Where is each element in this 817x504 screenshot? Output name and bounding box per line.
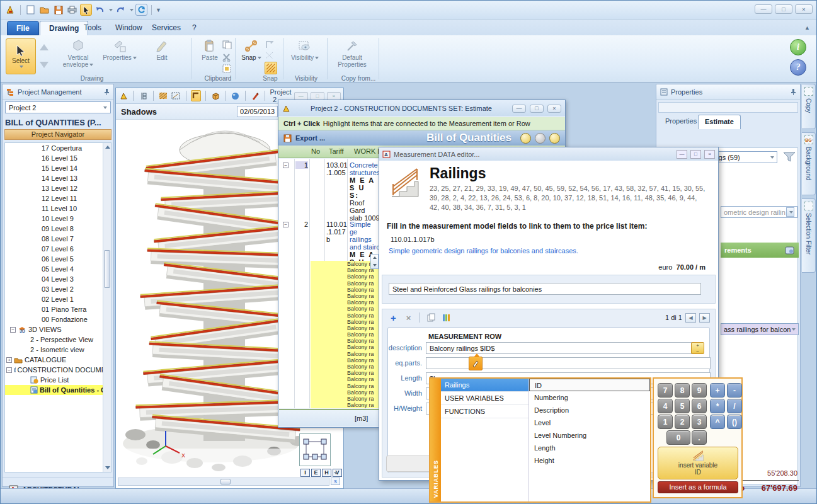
key-9[interactable]: 9 bbox=[692, 383, 707, 398]
measurement-row[interactable]: Balcony ra bbox=[311, 364, 380, 370]
measurement-row[interactable]: Balcony ra bbox=[311, 312, 380, 319]
measurement-row[interactable]: Balcony ra bbox=[311, 287, 380, 293]
key-6[interactable]: 6 bbox=[692, 399, 707, 413]
viewport-hscrollbar[interactable] bbox=[118, 478, 329, 486]
nav-up-icon[interactable] bbox=[40, 44, 49, 50]
new-file-icon[interactable] bbox=[25, 4, 37, 16]
pin-icon[interactable] bbox=[791, 88, 796, 95]
view-options-icon[interactable] bbox=[520, 133, 531, 144]
description-field[interactable]: Balcony railings $ID$ bbox=[426, 342, 695, 354]
redo-icon[interactable] bbox=[115, 4, 127, 16]
3d-box-icon[interactable] bbox=[210, 90, 220, 101]
snap-button[interactable]: Snap bbox=[239, 39, 264, 61]
view-mode-button[interactable]: E bbox=[311, 469, 321, 477]
key-7[interactable]: 7 bbox=[658, 383, 673, 398]
row1-tariff[interactable]: 103.01.1.005 bbox=[326, 161, 348, 176]
measurement-row[interactable]: Balcony ra bbox=[311, 376, 380, 382]
tab-estimate[interactable]: Estimate bbox=[698, 115, 741, 129]
cut-icon[interactable] bbox=[222, 53, 231, 63]
variable-item[interactable]: ID bbox=[529, 379, 650, 391]
tools-icon[interactable] bbox=[549, 133, 560, 144]
measurement-row[interactable]: Balcony ra bbox=[311, 396, 380, 402]
variable-item[interactable]: Level Numbering bbox=[529, 429, 650, 442]
estimate-minimize[interactable]: — bbox=[512, 105, 526, 113]
key-power[interactable]: ^ bbox=[710, 415, 725, 429]
tree-node-3d-views[interactable]: 3D 3D VIEWS bbox=[5, 324, 111, 335]
insert-as-formula-button[interactable]: Insert as a formula bbox=[658, 481, 738, 493]
help-button[interactable]: ? bbox=[790, 59, 806, 76]
prev-row-icon[interactable]: ◀ bbox=[685, 313, 696, 323]
delete-row-icon[interactable]: × bbox=[403, 312, 414, 323]
tree-item-view[interactable]: 2 - Isometric view bbox=[5, 345, 111, 355]
print-icon[interactable] bbox=[66, 4, 78, 16]
category-item[interactable]: Railings bbox=[441, 379, 528, 392]
tree-scrollbar[interactable] bbox=[103, 143, 111, 472]
description-display-field[interactable]: Steel and Reinforced Glass railings for … bbox=[389, 283, 701, 295]
dialog-close[interactable]: × bbox=[704, 150, 715, 159]
category-item[interactable]: FUNCTIONS bbox=[441, 405, 528, 418]
key-2[interactable]: 2 bbox=[675, 415, 690, 429]
col-no[interactable]: No bbox=[311, 147, 320, 155]
variable-item[interactable]: Height bbox=[529, 454, 650, 467]
measurement-row[interactable]: Balcony ra bbox=[311, 402, 380, 408]
export-button[interactable]: Export ... bbox=[295, 134, 325, 142]
key-dot[interactable]: . bbox=[692, 430, 707, 445]
key-parens[interactable]: () bbox=[727, 415, 742, 429]
tree-item-level[interactable]: 04 Level 3 bbox=[5, 274, 111, 284]
tree-item-level[interactable]: 17 Copertura bbox=[5, 143, 111, 153]
measurement-row[interactable]: Balcony ra bbox=[311, 325, 380, 331]
viewport-maximize[interactable]: □ bbox=[311, 92, 324, 100]
snap-grid-toggle[interactable] bbox=[265, 62, 277, 74]
row1-description[interactable]: Concrete structures M E A S U S: Roof Ga… bbox=[350, 161, 380, 222]
tab-help[interactable]: ? bbox=[183, 21, 205, 35]
measurement-row[interactable]: Balcony ra bbox=[311, 338, 380, 344]
measurements-tool-icon[interactable] bbox=[785, 246, 795, 255]
copy-icon[interactable] bbox=[222, 40, 232, 50]
columns-icon[interactable] bbox=[440, 312, 452, 323]
filter-icon[interactable] bbox=[782, 151, 796, 163]
tree-node-catalogue[interactable]: CATALOGUE bbox=[5, 355, 111, 365]
row2-no[interactable]: 2 bbox=[295, 220, 308, 228]
maximize-button[interactable]: □ bbox=[775, 4, 792, 14]
col-tariff[interactable]: Tariff bbox=[329, 147, 344, 155]
undo-icon[interactable] bbox=[94, 4, 106, 16]
tree-item-level[interactable]: 03 Level 2 bbox=[5, 284, 111, 294]
side-tab-copy[interactable]: Copy bbox=[802, 84, 816, 129]
key-3[interactable]: 3 bbox=[692, 415, 707, 429]
open-folder-icon[interactable] bbox=[38, 4, 50, 16]
tree-item-view[interactable]: 2 - Perspective View bbox=[5, 335, 111, 345]
region-hatch-icon[interactable] bbox=[171, 90, 181, 101]
dialog-maximize[interactable]: □ bbox=[690, 150, 701, 159]
info-button[interactable]: i bbox=[790, 39, 806, 55]
vertical-envelope-button[interactable]: Verticalenvelope bbox=[59, 39, 98, 68]
description-expand-button[interactable]: +− bbox=[691, 342, 704, 354]
key-minus[interactable]: - bbox=[727, 383, 742, 398]
redo-dropdown-icon[interactable] bbox=[130, 9, 134, 11]
levels-icon[interactable] bbox=[138, 90, 148, 101]
tree-item-level[interactable]: 14 Level 13 bbox=[5, 173, 111, 183]
tab-tools[interactable]: Tools bbox=[75, 21, 110, 35]
tree-item-level[interactable]: 00 Fondazione bbox=[5, 314, 111, 324]
measurement-row[interactable]: Balcony ra bbox=[311, 306, 380, 312]
tree-item-bill-of-quantities[interactable]: Bill of Quantities - GE bbox=[5, 385, 111, 395]
tree-item-level[interactable]: 16 Level 15 bbox=[5, 153, 111, 163]
add-row-icon[interactable]: + bbox=[387, 312, 399, 323]
paste-button[interactable]: Paste bbox=[196, 39, 224, 61]
estimate-close[interactable]: × bbox=[547, 105, 561, 113]
dialog-minimize[interactable]: — bbox=[677, 150, 687, 159]
expand-icon[interactable] bbox=[6, 357, 12, 363]
key-0[interactable]: 0 bbox=[666, 430, 690, 445]
tree-item-level[interactable]: 09 Level 8 bbox=[5, 224, 111, 234]
measurement-row[interactable]: Balcony ra bbox=[311, 299, 380, 306]
measurement-row[interactable]: Balcony ra bbox=[311, 273, 380, 280]
collapse-icon[interactable] bbox=[6, 367, 12, 373]
nav-down-icon[interactable] bbox=[40, 62, 49, 68]
variable-item[interactable]: Level bbox=[529, 416, 650, 429]
tab-properties[interactable]: Properties bbox=[659, 115, 703, 129]
measurement-row[interactable]: Balcony ra bbox=[311, 293, 380, 299]
scroll-s-button[interactable]: s bbox=[331, 478, 340, 485]
measurement-row[interactable]: Balcony ra bbox=[311, 261, 380, 267]
tab-services[interactable]: Services bbox=[143, 21, 190, 35]
measurement-row[interactable]: Balcony ra bbox=[311, 319, 380, 325]
tree-item-level[interactable]: 02 Level 1 bbox=[5, 294, 111, 304]
